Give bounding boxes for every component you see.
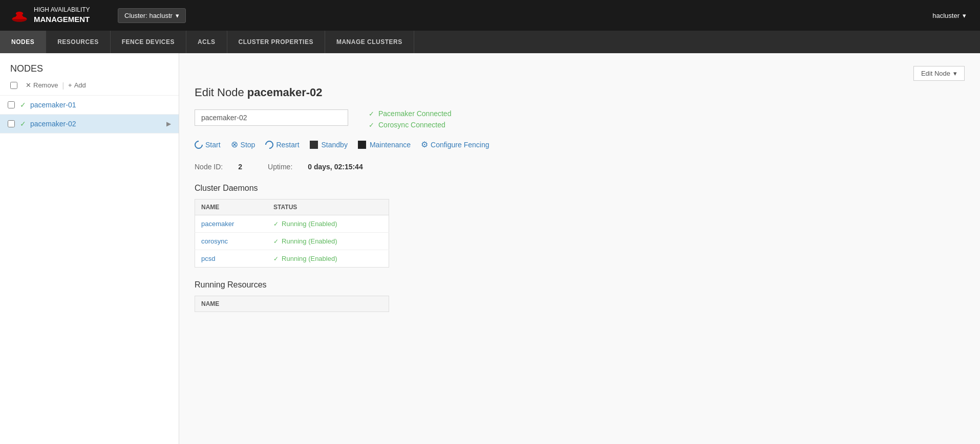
configure-fencing-icon: ⚙: [421, 140, 428, 149]
edit-node-name-display: pacemaker-02: [247, 86, 323, 99]
node-item-pacemaker-02[interactable]: ✓ pacemaker-02 ▶: [0, 115, 179, 134]
start-action-button[interactable]: Start: [195, 141, 221, 149]
node-name-pacemaker-02: pacemaker-02: [30, 120, 166, 128]
standby-action-button[interactable]: Standby: [310, 141, 348, 149]
status-corosync-connected: ✓ Corosync Connected: [369, 121, 451, 129]
node-id-value: 2: [238, 163, 242, 171]
nav-item-fence-devices[interactable]: FENCE DEVICES: [111, 31, 186, 53]
pacemaker-connected-label: Pacemaker Connected: [378, 109, 451, 118]
pacemaker-connected-check-icon: ✓: [369, 110, 374, 118]
resources-col-name: NAME: [195, 296, 389, 312]
node-list: ✓ pacemaker-01 ✓ pacemaker-02 ▶: [0, 96, 179, 444]
daemon-col-name: NAME: [195, 199, 268, 215]
corosync-connected-label: Corosync Connected: [378, 121, 445, 129]
node-item-pacemaker-01[interactable]: ✓ pacemaker-01: [0, 96, 179, 115]
remove-icon: ✕: [26, 81, 31, 89]
maintenance-label: Maintenance: [370, 141, 411, 149]
restart-action-button[interactable]: Restart: [265, 141, 299, 149]
svg-point-1: [16, 12, 23, 15]
add-button[interactable]: + Add: [65, 80, 89, 90]
top-bar: HIGH AVAILABILITY MANAGEMENT Cluster: ha…: [0, 0, 980, 31]
daemon-corosync-status-text: Running (Enabled): [282, 237, 337, 245]
user-selector-dropdown-icon: ▾: [963, 12, 966, 19]
cluster-selector-label: Cluster: haclustr: [124, 12, 173, 19]
daemon-pacemaker-link[interactable]: pacemaker: [201, 220, 234, 228]
daemon-col-status: STATUS: [267, 199, 389, 215]
stop-icon: ⊗: [231, 139, 238, 150]
node-form-row: ✓ Pacemaker Connected ✓ Corosync Connect…: [195, 109, 965, 129]
select-all-checkbox[interactable]: [10, 82, 17, 89]
daemon-corosync-status: ✓ Running (Enabled): [273, 237, 382, 245]
maintenance-action-button[interactable]: Maintenance: [358, 141, 411, 149]
node-checkbox-pacemaker-01[interactable]: [8, 101, 15, 108]
node-actions-row: Start ⊗ Stop Restart Standby Maintenance…: [195, 139, 965, 150]
daemon-pacemaker-status-text: Running (Enabled): [282, 220, 337, 228]
daemon-pcsd-link[interactable]: pcsd: [201, 255, 215, 262]
maintenance-icon: [358, 141, 366, 149]
user-selector-label: hacluster: [932, 12, 960, 19]
node-check-icon-pacemaker-02: ✓: [20, 120, 26, 128]
stop-label: Stop: [241, 141, 255, 149]
remove-button[interactable]: ✕ Remove: [23, 80, 61, 90]
edit-node-chevron-icon: ▾: [953, 70, 957, 77]
running-resources-table: NAME: [195, 296, 389, 312]
table-row: pacemaker ✓ Running (Enabled): [195, 215, 389, 233]
node-info-row: Node ID: 2 Uptime: 0 days, 02:15:44: [195, 163, 965, 171]
stop-action-button[interactable]: ⊗ Stop: [231, 139, 255, 150]
edit-node-title-prefix: Edit Node: [195, 86, 247, 99]
cluster-selector-dropdown-icon: ▾: [176, 12, 179, 19]
right-panel: Edit Node ▾ Edit Node pacemaker-02 ✓ Pac…: [179, 53, 980, 444]
nav-item-nodes[interactable]: NODES: [0, 31, 46, 53]
configure-fencing-label: Configure Fencing: [431, 141, 489, 149]
user-selector[interactable]: hacluster ▾: [926, 9, 972, 23]
edit-node-label: Edit Node: [921, 70, 950, 77]
nav-item-manage-clusters[interactable]: MANAGE CLUSTERS: [325, 31, 414, 53]
daemon-pacemaker-check-icon: ✓: [273, 220, 279, 228]
daemon-corosync-check-icon: ✓: [273, 238, 279, 245]
add-label: Add: [74, 81, 86, 89]
standby-label: Standby: [322, 141, 348, 149]
daemon-pcsd-status-text: Running (Enabled): [282, 255, 337, 262]
add-icon: +: [68, 81, 72, 89]
nav-item-cluster-properties[interactable]: CLUSTER PROPERTIES: [227, 31, 325, 53]
status-pacemaker-connected: ✓ Pacemaker Connected: [369, 109, 451, 118]
cluster-daemons-table: NAME STATUS pacemaker ✓ Running (Enabled…: [195, 199, 389, 268]
corosync-connected-check-icon: ✓: [369, 121, 374, 129]
nav-menu: NODES RESOURCES FENCE DEVICES ACLS CLUST…: [0, 31, 980, 53]
daemon-corosync-link[interactable]: corosync: [201, 237, 228, 245]
brand-logo: HIGH AVAILABILITY MANAGEMENT: [0, 6, 113, 25]
remove-label: Remove: [33, 81, 58, 89]
nav-item-resources[interactable]: RESOURCES: [46, 31, 111, 53]
uptime-label: Uptime:: [268, 163, 292, 171]
node-check-icon-pacemaker-01: ✓: [20, 101, 26, 109]
daemon-pcsd-check-icon: ✓: [273, 255, 279, 262]
cluster-selector[interactable]: Cluster: haclustr ▾: [118, 8, 186, 23]
edit-node-title: Edit Node pacemaker-02: [195, 86, 965, 99]
edit-node-button[interactable]: Edit Node ▾: [913, 66, 965, 81]
node-checkbox-pacemaker-02[interactable]: [8, 120, 15, 127]
standby-icon: [310, 141, 318, 149]
content-area: NODES ✕ Remove | + Add ✓ pacemaker-01: [0, 53, 980, 444]
restart-icon: [264, 139, 275, 150]
node-name-input[interactable]: [195, 109, 348, 126]
node-expand-arrow: ▶: [166, 120, 171, 127]
nodes-header: NODES ✕ Remove | + Add: [0, 53, 179, 96]
node-name-pacemaker-01: pacemaker-01: [30, 101, 171, 109]
cluster-daemons-title: Cluster Daemons: [195, 184, 965, 193]
nodes-title: NODES: [10, 63, 168, 74]
edit-node-toolbar: Edit Node ▾: [195, 66, 965, 81]
node-id-label: Node ID:: [195, 163, 223, 171]
table-row: corosync ✓ Running (Enabled): [195, 233, 389, 250]
brand-name: HIGH AVAILABILITY MANAGEMENT: [34, 6, 90, 24]
action-divider: |: [62, 81, 64, 90]
daemon-pacemaker-status: ✓ Running (Enabled): [273, 220, 382, 228]
running-resources-title: Running Resources: [195, 280, 965, 290]
start-label: Start: [205, 141, 221, 149]
nodes-actions: ✕ Remove | + Add: [10, 80, 168, 90]
daemon-pcsd-status: ✓ Running (Enabled): [273, 255, 382, 262]
nav-item-acls[interactable]: ACLS: [186, 31, 227, 53]
start-icon: [193, 139, 205, 150]
node-status-list: ✓ Pacemaker Connected ✓ Corosync Connect…: [369, 109, 451, 129]
left-panel: NODES ✕ Remove | + Add ✓ pacemaker-01: [0, 53, 179, 444]
configure-fencing-action-button[interactable]: ⚙ Configure Fencing: [421, 140, 489, 149]
